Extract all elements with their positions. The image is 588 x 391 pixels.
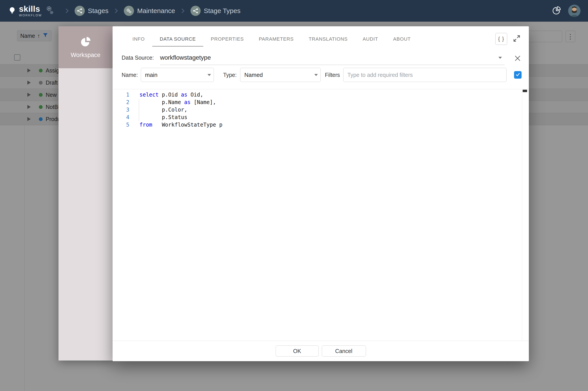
line-number: 3 [113,106,129,113]
line-number: 4 [113,113,129,121]
code-line: 3 p.Color, [113,106,529,113]
checkmark-icon [515,72,521,78]
code-brackets-button[interactable]: { } [495,33,507,45]
pie-chart-icon[interactable] [552,6,561,16]
filters-label: Filters [325,68,340,82]
close-dialog-button[interactable] [513,53,523,63]
name-label: Name: [122,68,138,82]
breadcrumb-label: Maintenance [137,7,175,14]
ok-button[interactable]: OK [276,346,319,357]
breadcrumb: Stages Maintenance Stage Types [62,6,240,16]
data-source-field-row: Data Source: workflowstagetype [122,50,505,66]
name-value: main [145,72,157,78]
tab-properties[interactable]: PROPERTIES [203,32,251,47]
editor-scrollbar-track [522,89,522,341]
chevron-down-icon [314,74,318,76]
logo-subtitle: WORKFLOW [19,14,42,17]
tab-about[interactable]: ABOUT [386,32,418,47]
code-line: 5 from WorkflowStateType p [113,121,529,129]
editor-scrollbar-thumb[interactable] [523,90,527,92]
chevron-down-icon [498,57,502,59]
line-number: 2 [113,98,129,106]
pie-chart-icon [80,36,91,48]
query-settings-row: Name: main Type: Named Filters [113,68,529,82]
filters-checkbox[interactable] [514,71,521,79]
logo-gears-icon [45,5,54,17]
tab-translations[interactable]: TRANSLATIONS [301,32,355,47]
tab-data-source[interactable]: DATA SOURCE [152,32,203,47]
open-in-full-icon [513,34,521,44]
code-line: 2 p.Name as [Name], [113,98,529,106]
workspace-panel-title: Workspace [71,52,100,59]
data-source-dialog: INFO DATA SOURCE PROPERTIES PARAMETERS T… [113,26,529,361]
workspace-panel-item[interactable]: Workspace [59,26,113,68]
code-line: 4 p.Status [113,113,529,121]
type-dropdown[interactable]: Named [240,68,321,82]
tab-parameters[interactable]: PARAMETERS [251,32,301,47]
indent-guide-line [139,99,139,121]
lightbulb-icon [7,6,17,16]
expand-dialog-button[interactable] [512,34,522,44]
logo-title: skills [19,5,42,13]
data-source-value: workflowstagetype [160,54,211,61]
curly-braces-icon: { } [498,36,504,42]
breadcrumb-label: Stages [88,7,108,14]
type-value: Named [244,72,263,78]
tab-audit[interactable]: AUDIT [355,32,386,47]
data-source-label: Data Source: [122,55,154,61]
breadcrumb-label: Stage Types [204,7,240,14]
dialog-tabs: INFO DATA SOURCE PROPERTIES PARAMETERS T… [125,32,418,47]
code-line: 1 select p.Oid as Oid, [113,91,529,98]
tab-info[interactable]: INFO [125,32,152,47]
line-number: 1 [113,91,129,98]
app-logo: skills WORKFLOW [7,5,54,17]
stages-icon [74,6,85,16]
breadcrumb-item-stage-types[interactable]: Stage Types [191,6,240,16]
top-navbar: skills WORKFLOW Stages Maintenance [0,0,588,22]
type-label: Type: [223,68,237,82]
chevron-right-icon [113,7,119,14]
dialog-footer: OK Cancel [113,341,529,361]
breadcrumb-item-maintenance[interactable]: Maintenance [124,6,175,16]
filters-input[interactable] [343,68,507,82]
data-source-dropdown[interactable]: workflowstagetype [160,51,505,65]
cancel-button[interactable]: Cancel [322,346,366,357]
chevron-down-icon [208,74,211,76]
name-dropdown[interactable]: main [141,68,214,82]
sql-code-editor[interactable]: 1 select p.Oid as Oid, 2 p.Name as [Name… [113,89,529,341]
line-number: 5 [113,121,129,129]
chevron-right-icon [179,7,186,14]
chevron-right-icon [64,7,70,14]
workspace-panel: Workspace [59,26,113,361]
user-avatar[interactable] [568,5,581,17]
maintenance-gears-icon [124,6,134,16]
stage-types-icon [191,6,201,16]
breadcrumb-item-stages[interactable]: Stages [74,6,108,16]
